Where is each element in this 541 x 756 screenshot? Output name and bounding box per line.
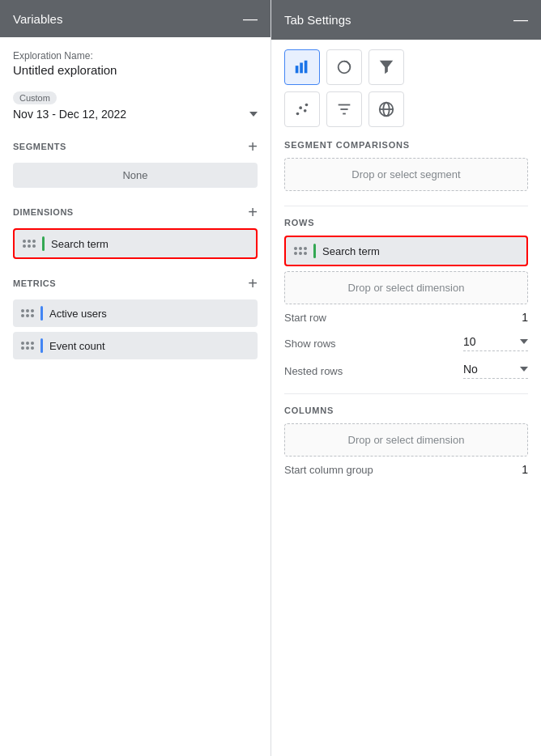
metric-color-bar bbox=[40, 338, 43, 353]
globe-button[interactable] bbox=[368, 91, 404, 127]
columns-drop-zone[interactable]: Drop or select dimension bbox=[284, 423, 528, 457]
segment-drop-zone[interactable]: Drop or select segment bbox=[284, 158, 528, 191]
svg-point-5 bbox=[296, 113, 300, 116]
metric-color-bar bbox=[40, 306, 43, 321]
drag-icon bbox=[21, 309, 34, 317]
scatter-icon bbox=[293, 100, 311, 118]
columns-section: COLUMNS Drop or select dimension Start c… bbox=[284, 406, 528, 476]
dimensions-title: DIMENSIONS bbox=[13, 207, 74, 217]
scatter-button[interactable] bbox=[284, 91, 320, 127]
svg-point-8 bbox=[305, 104, 309, 107]
segments-none: None bbox=[13, 163, 258, 188]
segment-comparisons-section: SEGMENT COMPARISONS Drop or select segme… bbox=[284, 140, 528, 191]
nested-rows-value: No bbox=[463, 363, 478, 376]
dimension-item-search-term[interactable]: Search term bbox=[13, 228, 258, 259]
left-panel-header: Variables — bbox=[0, 0, 270, 37]
segment-comparisons-title: SEGMENT COMPARISONS bbox=[284, 140, 528, 150]
drag-icon bbox=[21, 342, 34, 350]
right-panel-header: Tab Settings — bbox=[271, 0, 541, 40]
drag-icon bbox=[23, 240, 36, 248]
filter-button[interactable] bbox=[326, 91, 362, 127]
date-range-picker[interactable]: Nov 13 - Dec 12, 2022 bbox=[13, 108, 258, 121]
left-panel-body: Exploration Name: Untitled exploration C… bbox=[0, 37, 270, 756]
svg-rect-1 bbox=[300, 63, 303, 74]
date-section: Custom Nov 13 - Dec 12, 2022 bbox=[13, 91, 258, 121]
svg-rect-2 bbox=[305, 61, 308, 74]
segments-title: SEGMENTS bbox=[13, 142, 66, 151]
show-rows-label: Show rows bbox=[284, 338, 336, 350]
dimension-color-bar bbox=[42, 236, 45, 251]
segments-header: SEGMENTS + bbox=[13, 138, 258, 155]
start-row-label: Start row bbox=[284, 312, 326, 324]
show-rows-select[interactable]: 10 bbox=[463, 335, 528, 351]
left-minimize-button[interactable]: — bbox=[243, 11, 258, 26]
divider-2 bbox=[284, 393, 528, 394]
right-minimize-button[interactable]: — bbox=[513, 11, 528, 28]
metric-label-active-users: Active users bbox=[49, 308, 107, 320]
svg-rect-0 bbox=[296, 66, 299, 73]
funnel-button[interactable] bbox=[368, 49, 404, 85]
drag-icon bbox=[294, 247, 307, 255]
variables-title: Variables bbox=[13, 12, 62, 26]
exploration-label: Exploration Name: bbox=[13, 50, 258, 62]
metric-item-event-count[interactable]: Event count bbox=[13, 332, 258, 359]
donut-icon bbox=[335, 58, 353, 76]
segments-section: SEGMENTS + None bbox=[13, 138, 258, 188]
custom-badge: Custom bbox=[13, 91, 57, 104]
funnel-icon bbox=[377, 58, 395, 76]
nested-rows-chevron-icon bbox=[520, 367, 528, 372]
nested-rows-label: Nested rows bbox=[284, 365, 343, 377]
chevron-down-icon bbox=[249, 112, 258, 117]
rows-dimension-label: Search term bbox=[322, 245, 380, 257]
filter-icon bbox=[335, 100, 353, 118]
visualization-toolbar bbox=[284, 49, 528, 127]
svg-point-6 bbox=[299, 106, 302, 109]
add-dimension-button[interactable]: + bbox=[248, 204, 258, 220]
left-panel: Variables — Exploration Name: Untitled e… bbox=[0, 0, 271, 756]
rows-drop-zone[interactable]: Drop or select dimension bbox=[284, 271, 528, 304]
dimension-label: Search term bbox=[51, 238, 109, 250]
bar-chart-button[interactable] bbox=[284, 49, 320, 85]
columns-title: COLUMNS bbox=[284, 406, 528, 415]
nested-rows-select[interactable]: No bbox=[463, 363, 528, 379]
exploration-name: Untitled exploration bbox=[13, 63, 258, 77]
row-color-bar bbox=[313, 244, 316, 258]
rows-dimension-item-search-term[interactable]: Search term bbox=[284, 236, 528, 266]
tab-settings-title: Tab Settings bbox=[284, 13, 351, 27]
divider-1 bbox=[284, 206, 528, 206]
show-rows-config: Show rows 10 bbox=[284, 335, 528, 351]
add-segment-button[interactable]: + bbox=[248, 138, 258, 155]
start-column-config: Start column group 1 bbox=[284, 463, 528, 476]
right-panel-body: SEGMENT COMPARISONS Drop or select segme… bbox=[271, 40, 541, 756]
show-rows-chevron-icon bbox=[520, 339, 528, 344]
add-metric-button[interactable]: + bbox=[248, 275, 258, 291]
right-panel: Tab Settings — bbox=[271, 0, 541, 756]
rows-title: ROWS bbox=[284, 218, 528, 227]
nested-rows-config: Nested rows No bbox=[284, 363, 528, 379]
bar-chart-icon bbox=[293, 58, 311, 76]
svg-point-4 bbox=[341, 64, 347, 70]
dimensions-header: DIMENSIONS + bbox=[13, 204, 258, 220]
dimensions-section: DIMENSIONS + Search term bbox=[13, 204, 258, 259]
start-column-label: Start column group bbox=[284, 464, 373, 476]
show-rows-value: 10 bbox=[463, 335, 476, 348]
start-row-config: Start row 1 bbox=[284, 311, 528, 324]
rows-section: ROWS Search term Drop or select dimensio… bbox=[284, 218, 528, 379]
start-row-value: 1 bbox=[522, 311, 528, 324]
metrics-header: METRICS + bbox=[13, 275, 258, 291]
start-column-value: 1 bbox=[522, 463, 528, 476]
donut-chart-button[interactable] bbox=[326, 49, 362, 85]
metrics-title: METRICS bbox=[13, 278, 56, 288]
metric-item-active-users[interactable]: Active users bbox=[13, 299, 258, 327]
svg-point-7 bbox=[304, 109, 307, 113]
globe-icon bbox=[377, 100, 395, 118]
metric-label-event-count: Event count bbox=[49, 340, 105, 352]
metrics-section: METRICS + Active users bbox=[13, 275, 258, 359]
date-range-value: Nov 13 - Dec 12, 2022 bbox=[13, 108, 126, 121]
